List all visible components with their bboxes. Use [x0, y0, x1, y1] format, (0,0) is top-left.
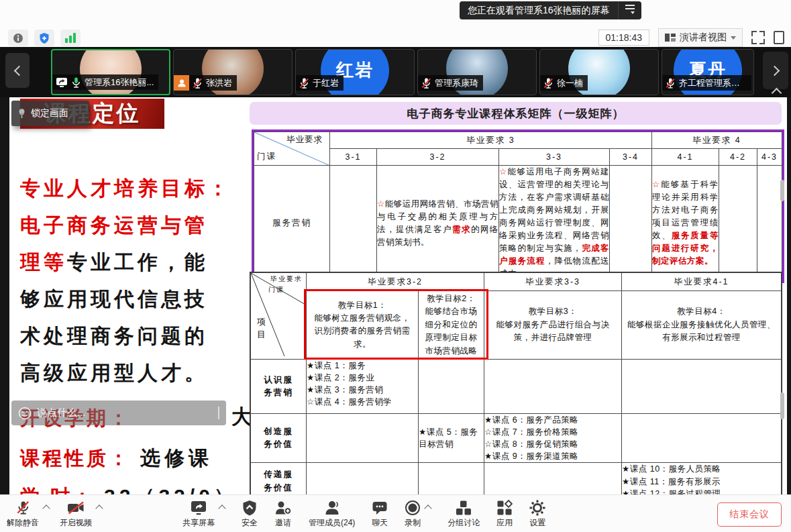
chat-placeholder: 说点什么...	[37, 407, 86, 419]
participant-name-tag: 张洪岩	[174, 75, 237, 91]
column-header: 3-2	[377, 149, 499, 166]
chevron-right-icon	[769, 65, 780, 76]
pin-icon	[17, 108, 27, 119]
person-icon	[176, 78, 187, 89]
gear-icon	[529, 500, 545, 516]
lock-view-button[interactable]: 锁定画面	[11, 101, 89, 126]
row-label: 传递服 务价值	[251, 463, 307, 494]
invite-button[interactable]: 邀请	[274, 499, 292, 529]
course-hours-line: 学 时：32（32/0）	[20, 483, 238, 494]
participant-tile[interactable]: 夏丹 齐工程管理系夏丹	[662, 49, 754, 95]
participant-tile[interactable]: 管理系16张艳丽...	[51, 49, 170, 95]
view-mode-button[interactable]: 演讲者视图	[658, 28, 743, 47]
table2-cell	[622, 413, 782, 463]
teaching-objective-3: 教学目标3： 能够对服务产品进行组合与决策，并进行品牌管理	[484, 291, 622, 360]
table2-cell: ★课点 5：服务目标营销	[419, 413, 484, 463]
share-screen-icon	[190, 500, 207, 516]
record-button[interactable]: 录制	[405, 499, 431, 529]
mic-muted-icon	[543, 77, 553, 89]
breakout-rooms-button[interactable]: 分组讨论	[447, 499, 480, 529]
table-cell-empty	[610, 166, 652, 281]
mic-muted-icon	[193, 77, 203, 89]
chevron-up-icon[interactable]	[425, 504, 432, 512]
network-signal-icon[interactable]	[60, 30, 81, 46]
meeting-timer: 01:18:43	[598, 30, 650, 46]
apps-button[interactable]: 应用	[496, 499, 513, 529]
screen-share-icon	[56, 77, 68, 88]
table1-cell-3-2: ☆能够运用网络营销、市场营销与电子交易的相关原理与方法，提供满足客户需求的网络营…	[377, 166, 499, 281]
table-cell-empty	[757, 166, 782, 281]
chevron-up-icon[interactable]	[218, 504, 225, 512]
table1-corner-cell: 毕业要求 门课	[254, 132, 330, 166]
participant-tile[interactable]: 管理系康琦	[417, 49, 537, 95]
mic-muted-icon	[666, 77, 676, 89]
participant-filmstrip: 管理系16张艳丽... 张洪岩 红岩 于红岩 管理	[0, 47, 791, 97]
meeting-info-icon[interactable]	[8, 30, 28, 46]
chevron-up-icon[interactable]	[42, 504, 50, 512]
mic-muted-icon	[421, 77, 431, 89]
column-group-header: 毕业要求3-3	[484, 273, 622, 291]
unmute-button[interactable]: 解除静音	[7, 499, 49, 529]
participant-name: 齐工程管理系夏丹	[679, 77, 747, 89]
filmstrip-scroll-left[interactable]	[5, 53, 30, 88]
chevron-up-icon[interactable]	[95, 504, 103, 512]
participant-tile[interactable]: 张洪岩	[173, 49, 293, 95]
participant-name-tag: 齐工程管理系夏丹	[662, 75, 751, 91]
toolbar-center-group: 共享屏幕 安全 邀请 管理成员(24) 聊天 录制	[182, 499, 545, 529]
table2-cell	[484, 359, 622, 413]
participant-tiles: 管理系16张艳丽... 张洪岩 红岩 于红岩 管理	[51, 49, 754, 95]
table2-cell	[307, 463, 419, 494]
row-label: 创造服 务价值	[251, 413, 307, 463]
lock-view-label: 锁定画面	[31, 107, 68, 119]
panel-toggle-icon[interactable]	[774, 31, 784, 44]
camera-muted-icon	[67, 500, 85, 515]
column-header: 4-2	[719, 149, 757, 166]
share-screen-button[interactable]: 共享屏幕	[182, 499, 225, 529]
chevron-down-icon	[731, 36, 736, 42]
column-header: 3-1	[330, 149, 377, 166]
matrix-table-1: 毕业要求 门课 毕业要求 3 毕业要求 4 3-1 3-2 3-3 3-4 4-…	[252, 129, 784, 283]
shield-plus-icon	[39, 32, 50, 44]
security-button[interactable]: 安全	[242, 499, 258, 529]
record-icon	[405, 500, 421, 516]
layout-icon	[665, 33, 676, 42]
chat-button[interactable]: 聊天	[372, 499, 388, 529]
view-mode-label: 演讲者视图	[680, 32, 727, 44]
table2-cell	[419, 359, 484, 413]
top-toolbar: 01:18:43 演讲者视图	[0, 0, 791, 47]
participant-tile[interactable]: 徐一楠	[539, 49, 659, 95]
manage-members-button[interactable]: 管理成员(24)	[309, 499, 355, 529]
filmstrip-collapse-icon[interactable]	[772, 88, 782, 99]
settings-button[interactable]: 设置	[529, 499, 545, 529]
training-goal-text: 专业人才培养目标： 电子商务运营与管 理等专业工作，能 够应用现代信息技 术处理…	[20, 170, 262, 391]
info-icon	[13, 33, 23, 44]
watch-banner: 您正在观看管理系16张艳丽的屏幕	[460, 1, 641, 19]
participant-tile[interactable]: 红岩 于红岩	[295, 49, 415, 95]
shield-icon	[242, 500, 257, 516]
start-video-button[interactable]: 开启视频	[60, 499, 102, 529]
fullscreen-icon[interactable]	[751, 31, 765, 44]
table-cell-empty	[330, 166, 377, 281]
table1-cell-3-3: ☆能够运用电子商务网站建设、运营管理的相关理论与方法，在客户需求调研基础上完成商…	[499, 166, 610, 281]
column-group-header: 毕业要求4-1	[622, 273, 782, 291]
scrollbar-thumb[interactable]	[780, 392, 784, 419]
table2-cell: ★课点 1：服务 ★课点 2：服务业 ★课点 3：服务营销 ☆课点 4：服务营销…	[307, 359, 419, 413]
participant-status-badge	[174, 75, 189, 91]
end-meeting-button[interactable]: 结束会议	[717, 502, 782, 527]
teaching-objective-4: 教学目标4： 能够根据企业服务接触优化人员管理、有形展示和过程管理	[622, 291, 782, 360]
table-cell-empty	[719, 166, 757, 281]
scrollbar-thumb[interactable]	[780, 180, 784, 201]
toolbar-left-group: 解除静音 开启视频	[7, 499, 102, 529]
security-shield-icon[interactable]	[34, 30, 54, 46]
chat-bubble-icon	[372, 500, 388, 516]
teaching-objective-1: 教学目标1： 能够树立服务营销观念，识别消费者的服务营销需求。	[307, 291, 419, 360]
table2-cell	[419, 463, 484, 494]
filmstrip-scroll-right[interactable]	[763, 52, 788, 89]
column-header: 3-3	[499, 149, 610, 166]
participant-name-tag: 管理系16张艳丽...	[52, 74, 158, 90]
watch-banner-menu-icon[interactable]	[618, 1, 641, 19]
chat-input-overlay[interactable]: 说点什么...	[11, 401, 226, 425]
table2-cell	[622, 359, 782, 413]
stage-right-edge	[787, 97, 791, 494]
teaching-objective-2: 教学目标2： 能够结合市场细分和定位的原理制定目标市场营销战略	[419, 291, 484, 360]
